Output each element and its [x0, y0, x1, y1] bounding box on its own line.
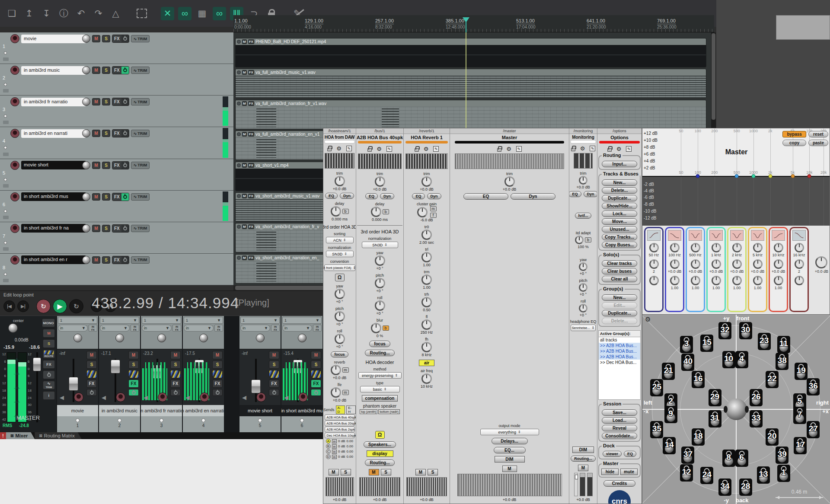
- trim-envelope-button[interactable]: ∿ TRIM: [131, 256, 150, 264]
- display-button[interactable]: display: [367, 450, 393, 457]
- fx-button[interactable]: FX: [112, 130, 121, 137]
- strip-fx-button[interactable]: FX: [86, 380, 97, 388]
- record-arm-button[interactable]: [10, 97, 19, 106]
- go-to-end-button[interactable]: ▶|: [17, 300, 29, 312]
- gear-icon[interactable]: ⚙: [424, 146, 429, 152]
- trim-knob[interactable]: [421, 176, 432, 187]
- trim-knob[interactable]: [504, 176, 515, 187]
- gear-icon[interactable]: ⚙: [580, 145, 585, 152]
- eq-copy-button[interactable]: copy: [782, 140, 806, 146]
- speaker[interactable]: 23: [758, 333, 771, 350]
- session-button[interactable]: Load...: [602, 417, 638, 424]
- fx-button[interactable]: FX: [112, 67, 121, 74]
- eq-band-handle[interactable]: [808, 174, 811, 178]
- reverb-param-knob[interactable]: [421, 274, 432, 285]
- send-letter[interactable]: C: [326, 449, 331, 454]
- strip-solo-button[interactable]: S: [269, 360, 279, 369]
- track-envelope-dot[interactable]: [4, 241, 7, 244]
- speaker[interactable]: 21: [662, 363, 675, 380]
- solo-clear-button[interactable]: Clear buses: [602, 268, 638, 274]
- phase-speaker-icon[interactable]: ◀: [284, 394, 288, 401]
- air-button[interactable]: air: [419, 360, 434, 366]
- speaker[interactable]: 35: [650, 421, 663, 438]
- trim-envelope-button[interactable]: ∿ TRIM: [131, 67, 150, 74]
- input-fx-button[interactable]: INFX: [271, 325, 280, 332]
- pan-knob[interactable]: [82, 224, 90, 233]
- roll-knob[interactable]: [579, 304, 587, 313]
- active-group-row[interactable]: >> A2B HOA Bus...: [599, 343, 640, 348]
- folder-icon[interactable]: [3, 247, 9, 251]
- eq-button[interactable]: EQ: [463, 193, 508, 200]
- lock-icon[interactable]: [607, 148, 612, 152]
- eq-button[interactable]: EQ: [365, 193, 378, 199]
- folder-icon[interactable]: [3, 89, 9, 93]
- reverb-param-knob[interactable]: [421, 342, 432, 352]
- strip-mute-button[interactable]: M: [170, 351, 181, 359]
- speaker[interactable]: 7: [793, 407, 806, 424]
- strip-title[interactable]: HOA Reverb 1: [411, 135, 443, 140]
- speaker[interactable]: 17: [794, 437, 807, 454]
- edit-icon[interactable]: ✎: [590, 146, 595, 151]
- strip-fx-button[interactable]: FX: [269, 380, 279, 388]
- compensation-button[interactable]: compensation: [362, 395, 398, 402]
- filter-curve-icon[interactable]: [792, 230, 806, 241]
- send-mute[interactable]: m: [332, 439, 337, 443]
- strip-bank-dropdown[interactable]: 1▼: [184, 317, 223, 324]
- item-mute-icon[interactable]: M: [242, 132, 247, 137]
- routing-button[interactable]: Routing...: [365, 350, 394, 356]
- item-grouping-icon[interactable]: ∞: [178, 7, 192, 20]
- strip-name[interactable]: in ambi3rd en narratio: [183, 405, 224, 416]
- listener-head[interactable]: [725, 399, 747, 420]
- media-item[interactable]: M FX va_full_ambi3rd_music_v1.wav: [235, 69, 706, 98]
- trim-envelope-button[interactable]: ∿ TRIM: [131, 130, 150, 137]
- track-row[interactable]: 6 in short ambi3rd mus M S FX ∿ TRIM: [0, 191, 233, 222]
- reverb-param-knob[interactable]: [421, 319, 432, 330]
- speaker[interactable]: 32: [718, 322, 731, 339]
- strip-title[interactable]: Master: [502, 135, 517, 140]
- item-lock-icon[interactable]: [237, 102, 241, 105]
- delay-knob[interactable]: [371, 207, 381, 217]
- send-letter[interactable]: D: [326, 454, 331, 459]
- lock-icon[interactable]: [497, 148, 501, 152]
- speaker[interactable]: 34: [718, 478, 731, 496]
- dock-button[interactable]: EQ: [624, 451, 636, 457]
- send-destination-select[interactable]: Dec HOA Bus 10spk: [325, 433, 355, 438]
- speaker[interactable]: 28: [739, 478, 752, 496]
- strip-input-dropdown[interactable]: in▼: [142, 325, 172, 332]
- item-mute-icon[interactable]: M: [242, 224, 247, 229]
- strip-name[interactable]: movie: [57, 405, 98, 416]
- item-mute-icon[interactable]: M: [242, 163, 247, 168]
- eq-settings-button[interactable]: EQ...: [494, 447, 526, 453]
- eq-bypass-button[interactable]: bypass: [782, 131, 806, 137]
- phase-speaker-icon[interactable]: ◀: [144, 394, 148, 401]
- loop-button[interactable]: ↻: [69, 299, 83, 313]
- dyn-button[interactable]: Dyn: [584, 191, 598, 197]
- band-q-knob[interactable]: [649, 276, 659, 285]
- lock-icon[interactable]: [367, 148, 372, 152]
- item-fx-icon[interactable]: FX: [248, 255, 254, 260]
- trim-envelope-button[interactable]: ∿ TRIM: [131, 35, 150, 42]
- strip-title[interactable]: Monitoring: [572, 135, 594, 140]
- tracks-buses-button[interactable]: Delete...: [602, 187, 638, 194]
- item-lock-icon[interactable]: [237, 256, 241, 260]
- item-lock-icon[interactable]: [237, 70, 241, 74]
- item-fx-icon[interactable]: FX: [248, 132, 254, 137]
- pitch-knob[interactable]: [375, 278, 385, 288]
- band-q-knob[interactable]: [732, 276, 742, 285]
- ripple-edit-icon[interactable]: ∞: [213, 7, 226, 20]
- strip-fx-bypass-button[interactable]: [86, 389, 97, 396]
- strip-route-button[interactable]: [86, 370, 97, 378]
- speaker[interactable]: 40: [681, 354, 694, 371]
- band-freq-knob[interactable]: [670, 243, 680, 252]
- speaker[interactable]: 29: [709, 389, 721, 406]
- trim-knob[interactable]: [579, 176, 587, 185]
- normalization-select[interactable]: SN3D: [326, 251, 354, 257]
- focus-button[interactable]: focus: [331, 351, 348, 357]
- credits-button[interactable]: Credits: [603, 480, 635, 487]
- sends-tab-eh[interactable]: E-H: [346, 405, 356, 414]
- band-freq-knob[interactable]: [774, 243, 783, 252]
- headphone-eq-select[interactable]: Sennheise...: [571, 325, 596, 331]
- mute-chip[interactable]: m: [342, 367, 349, 373]
- active-group-row[interactable]: >> Dec HOA Bus...: [599, 360, 640, 365]
- band-gain-knob[interactable]: [774, 259, 783, 269]
